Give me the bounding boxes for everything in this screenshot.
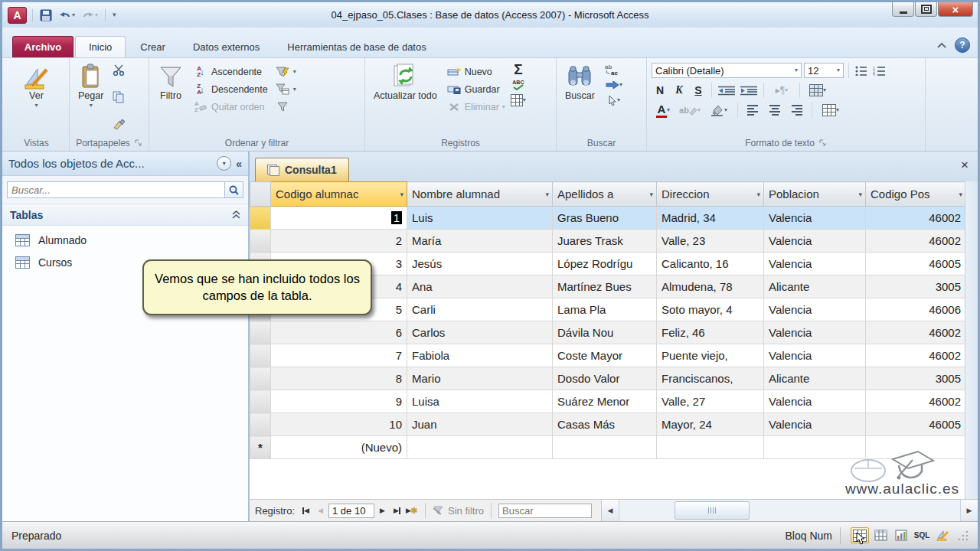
column-header[interactable]: Apellidos a▾ <box>553 182 657 207</box>
table-style-button[interactable]: ▾ <box>805 83 831 97</box>
cell[interactable]: Mario <box>407 367 553 390</box>
row-selector[interactable] <box>250 321 271 344</box>
font-color-button[interactable]: A▾ <box>652 103 675 117</box>
cell[interactable]: Alicante <box>764 367 866 390</box>
numbering-button[interactable]: 123 <box>871 64 887 77</box>
pivottable-view-button[interactable] <box>871 527 890 543</box>
first-record-button[interactable]: ◀ <box>299 504 312 517</box>
nav-group-tablas[interactable]: Tablas <box>2 204 248 226</box>
cell[interactable]: Casas Más <box>553 413 657 436</box>
cell[interactable]: Juares Trask <box>553 230 657 253</box>
cell[interactable]: 46002 <box>866 230 966 253</box>
redo-button[interactable]: ▾ <box>80 8 100 23</box>
cell[interactable]: Alicante <box>764 276 866 298</box>
tab-inicio[interactable]: Inicio <box>75 36 126 57</box>
cell[interactable]: Ana <box>407 276 553 298</box>
align-left-button[interactable] <box>743 103 763 117</box>
cell[interactable]: Madrid, 34 <box>657 207 764 230</box>
cell[interactable]: Franciscanos, <box>657 367 764 390</box>
cell[interactable]: María <box>407 230 553 253</box>
underline-button[interactable]: S <box>690 84 707 96</box>
collapse-group-icon[interactable] <box>232 210 240 219</box>
minimize-button[interactable] <box>892 2 914 17</box>
column-filter-icon[interactable]: ▾ <box>545 191 549 198</box>
new-record-selector[interactable]: * <box>250 436 271 459</box>
cell[interactable]: Carli <box>407 298 553 321</box>
cell[interactable]: 1 <box>271 207 407 230</box>
scrollbar-track[interactable] <box>619 500 960 521</box>
column-filter-icon[interactable]: ▾ <box>400 191 403 198</box>
find-button[interactable]: Buscar <box>561 61 599 136</box>
select-button[interactable]: ▾ <box>603 93 626 107</box>
cell[interactable]: Feliz, 46 <box>657 321 764 344</box>
remove-sort-button[interactable]: AZ Quitar orden <box>191 99 270 115</box>
cell[interactable]: Almudena, 78 <box>657 276 764 298</box>
new-record-button[interactable]: Nuevo <box>445 64 507 80</box>
tab-archivo[interactable]: Archivo <box>12 36 74 57</box>
cell[interactable]: 46006 <box>866 298 966 321</box>
chevron-down-icon[interactable]: ▾ <box>95 12 98 18</box>
cell[interactable]: Luisa <box>407 390 553 413</box>
font-size-combo[interactable]: 12▾ <box>804 63 844 78</box>
cell[interactable]: 46005 <box>866 253 966 276</box>
more-records-button[interactable]: ▾ <box>511 93 526 107</box>
cell[interactable]: Valencia <box>764 413 866 436</box>
column-header[interactable]: Direccion▾ <box>657 182 764 207</box>
cut-button[interactable] <box>111 63 126 77</box>
decrease-indent-button[interactable] <box>717 83 737 97</box>
column-header[interactable]: Poblacion▾ <box>764 182 866 207</box>
cell[interactable]: Valencia <box>764 298 866 321</box>
cell[interactable]: 8 <box>271 367 407 390</box>
format-painter-button[interactable] <box>111 118 126 132</box>
column-filter-icon[interactable]: ▾ <box>959 191 962 198</box>
cell[interactable]: 46002 <box>866 321 966 344</box>
pivotchart-view-button[interactable] <box>892 527 910 543</box>
vertical-scrollbar[interactable] <box>965 181 978 499</box>
cell[interactable]: Lama Pla <box>553 298 657 321</box>
nav-pane-menu-icon[interactable]: ▾ <box>217 156 231 171</box>
scrollbar-thumb[interactable] <box>675 501 750 520</box>
bullets-button[interactable] <box>854 64 869 77</box>
cell[interactable] <box>407 436 553 459</box>
cell[interactable]: Suárez Menor <box>553 390 657 413</box>
row-selector[interactable] <box>250 344 271 367</box>
tab-herramientas[interactable]: Herramientas de base de datos <box>274 37 439 57</box>
nav-search-button[interactable] <box>225 181 243 198</box>
resize-grip[interactable] <box>958 530 969 541</box>
cell[interactable]: Valencia <box>764 344 866 367</box>
cell[interactable]: 7 <box>271 344 407 367</box>
cell[interactable]: Soto mayor, 4 <box>657 298 764 321</box>
copy-button[interactable] <box>111 90 126 104</box>
row-selector[interactable] <box>250 413 271 436</box>
help-button[interactable]: ? <box>955 37 970 53</box>
close-object-icon[interactable]: × <box>961 158 969 171</box>
italic-button[interactable]: K <box>671 84 688 96</box>
column-filter-icon[interactable]: ▾ <box>756 191 760 198</box>
cell[interactable]: 46002 <box>866 390 966 413</box>
cell[interactable]: Coste Mayor <box>553 344 657 367</box>
chevron-down-icon[interactable]: ▾ <box>72 12 75 18</box>
row-selector[interactable] <box>250 207 271 230</box>
next-record-button[interactable]: ▶ <box>376 504 389 517</box>
design-view-button[interactable] <box>933 527 952 543</box>
cell[interactable]: Valencia <box>764 207 866 230</box>
cell[interactable]: Valencia <box>764 321 866 344</box>
minimize-ribbon-button[interactable] <box>936 42 947 49</box>
cell[interactable]: 46002 <box>866 344 966 367</box>
nav-search-input[interactable] <box>7 181 225 198</box>
access-app-icon[interactable]: A <box>8 7 27 24</box>
cell[interactable]: Mayor, 24 <box>657 413 764 436</box>
cell[interactable]: Puente viejo, <box>657 344 764 367</box>
cell[interactable]: Juan <box>407 413 553 436</box>
column-header[interactable]: Codigo alumnac▾ <box>271 182 407 207</box>
maximize-button[interactable] <box>915 2 937 17</box>
cell[interactable]: 46002 <box>866 207 966 230</box>
dialog-launcher-icon[interactable] <box>819 139 827 147</box>
nav-pane-header[interactable]: Todos los objetos de Acc... ▾ « <box>2 152 248 176</box>
paste-button[interactable]: Pegar ▾ <box>74 61 107 136</box>
cell[interactable]: Carlos <box>407 321 553 344</box>
selection-filter-button[interactable]: ▾ <box>273 64 298 80</box>
cell[interactable]: Valle, 27 <box>657 390 764 413</box>
save-record-button[interactable]: Guardar <box>445 81 507 97</box>
shutter-bar-close-icon[interactable]: « <box>236 158 242 170</box>
